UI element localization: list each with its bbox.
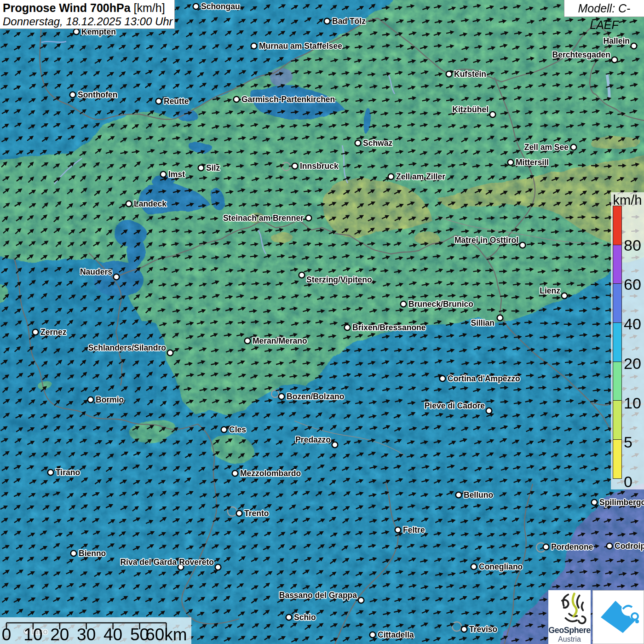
geosphere-name: GeoSphere <box>548 626 591 635</box>
city-label: Murnau am Staffelsee <box>259 41 342 51</box>
scalebar-label: 0 <box>2 626 12 644</box>
geosphere-country: Austria <box>548 635 591 644</box>
geosphere-logo: GeoSphere Austria <box>548 590 591 644</box>
city-label: Feltre <box>403 525 425 535</box>
city-marker: Pordenone <box>543 542 593 552</box>
distance-scalebar: 0102030405060km <box>0 617 191 644</box>
city-label: Riva del Garda <box>120 558 177 567</box>
city-label: Mezzolombardo <box>240 469 301 478</box>
legend-tick-label: 20 <box>624 356 641 371</box>
city-label: Kitzbühel <box>452 105 489 114</box>
city-marker: Cortina d'Ampezzo <box>440 374 520 383</box>
city-label: Mittersill <box>516 158 549 167</box>
city-label: Schongau <box>201 2 240 11</box>
city-label: Berchtesgaden <box>552 50 610 59</box>
city-marker: Spilimbergo <box>592 498 644 507</box>
city-label: Conegliano <box>479 562 523 571</box>
city-label: Lienz <box>540 286 560 295</box>
city-label: Bienno <box>79 549 106 558</box>
city-marker: Garmisch-Partenkirchen <box>234 95 335 104</box>
scalebar-label: 30 <box>77 626 96 644</box>
city-label: Cittadella <box>378 630 414 639</box>
legend-bar: 806040201050 <box>613 206 622 479</box>
city-label: Innsbruck <box>300 161 339 171</box>
model-box: Modell: C-LAEF <box>564 0 644 17</box>
valid-time: Donnerstag, 18.12.2025 13:00 Uhr <box>3 15 174 28</box>
city-label: Kufstein <box>454 69 486 79</box>
mountain-cloud-logo <box>592 590 644 644</box>
city-marker: Conegliano <box>471 562 523 571</box>
city-label: Hallein <box>604 36 630 46</box>
unit-label: [km/h] <box>134 1 165 14</box>
scalebar-label: 40 <box>104 626 122 644</box>
legend-segment <box>613 283 622 323</box>
legend-tick-label: 0 <box>624 474 632 489</box>
city-label: Sterzing/Vipiteno <box>306 275 372 284</box>
legend-segment <box>613 322 622 362</box>
city-label: Treviso <box>469 625 497 634</box>
city-label: Cles <box>229 425 246 434</box>
city-label: Cortina d'Ampezzo <box>448 374 520 383</box>
city-marker: Bruneck/Brunico <box>401 299 473 309</box>
scalebar-label: 60km <box>145 626 187 644</box>
city-label: Zell am Ziller <box>396 172 445 181</box>
city-label: Pieve di Cadore <box>425 401 485 410</box>
legend-tick-label: 40 <box>624 316 641 332</box>
legend-segment <box>613 245 622 284</box>
city-label: Reutte <box>164 97 189 106</box>
city-label: Silz <box>206 163 220 172</box>
wind-map: SchongauBad TölzKemptenMurnau am Staffel… <box>0 0 644 644</box>
city-marker: Brixen/Bressanone <box>345 323 426 332</box>
city-label: Sillian <box>471 318 494 328</box>
city-label: Codroipo <box>615 541 644 551</box>
legend-tick-label: 60 <box>624 276 641 292</box>
wind-speed-legend: km/h 806040201050 <box>611 192 644 489</box>
city-marker: Bozen/Bolzano <box>279 392 345 401</box>
city-label: Belluno <box>464 490 493 500</box>
city-label: Imst <box>168 170 185 179</box>
city-marker: Silz <box>198 163 220 172</box>
city-label: Schlanders/Silandro <box>88 343 166 352</box>
city-label: Trento <box>244 509 269 518</box>
city-label: Landeck <box>134 199 167 208</box>
legend-tick-label: 10 <box>624 395 641 411</box>
city-label: Steinach am Brenner <box>223 213 304 223</box>
city-label: Spilimbergo <box>599 498 644 507</box>
city-label: Nauders <box>80 267 112 276</box>
city-label: Garmisch-Partenkirchen <box>242 95 335 104</box>
scalebar-label: 10 <box>23 626 42 644</box>
city-marker: Zell am Ziller <box>388 172 445 181</box>
city-marker: Mezzolombardo <box>232 469 301 478</box>
legend-segment <box>613 439 622 479</box>
city-label: Sonthofen <box>78 90 118 99</box>
city-label: Predazzo <box>295 435 331 444</box>
city-label: Tirano <box>56 468 80 477</box>
legend-tick-label: 5 <box>624 434 632 450</box>
city-label: Rovereto <box>179 558 214 567</box>
city-label: Brixen/Bressanone <box>352 323 426 332</box>
city-label: Zell am See <box>524 143 569 152</box>
city-label: Schio <box>294 613 316 622</box>
city-label: Bozen/Bolzano <box>287 392 344 401</box>
city-label: Schwaz <box>363 138 392 148</box>
city-label: Meran/Merano <box>253 336 307 345</box>
city-marker: Meran/Merano <box>245 336 307 345</box>
city-label: Bad Tölz <box>332 17 366 26</box>
weather-map-stage: SchongauBad TölzKemptenMurnau am Staffel… <box>0 0 644 644</box>
legend-segment <box>613 400 622 440</box>
legend-tick-label: 80 <box>624 237 641 253</box>
title-box: Prognose Wind 700hPa [km/h] Donnerstag, … <box>0 0 175 29</box>
city-label: Pordenone <box>551 542 593 552</box>
mountain-icon <box>595 593 641 639</box>
city-label: Matrei in Osttirol <box>454 236 518 245</box>
title-text: Prognose Wind 700hPa <box>3 1 131 14</box>
legend-segment <box>613 206 622 245</box>
geosphere-icon <box>552 591 586 624</box>
city-label: Bormio <box>96 395 124 404</box>
city-marker: Murnau am Staffelsee <box>251 41 342 51</box>
city-label: Bruneck/Brunico <box>408 299 473 309</box>
city-marker: Cles <box>221 425 247 434</box>
city-marker: Imst <box>161 170 185 179</box>
scalebar-label: 20 <box>50 626 69 644</box>
city-marker: Steinach am Brenner <box>223 213 311 223</box>
